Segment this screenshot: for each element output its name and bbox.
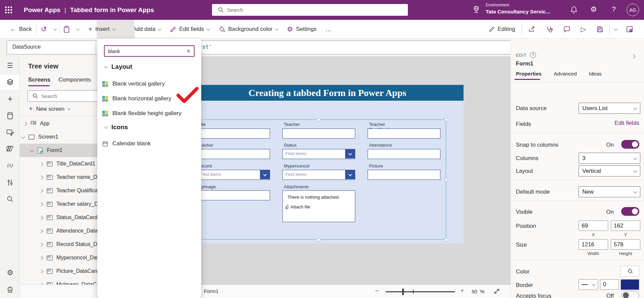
color-picker-button[interactable] bbox=[621, 266, 639, 277]
accepts-focus-toggle[interactable] bbox=[621, 291, 639, 298]
attachments-box[interactable]: There is nothing attached. Attach file bbox=[282, 190, 355, 222]
border-color-swatch[interactable] bbox=[621, 279, 639, 290]
property-selector[interactable]: DataSource bbox=[12, 44, 41, 50]
dropdown-chevron-icon[interactable] bbox=[345, 149, 355, 158]
tab-advanced[interactable]: Advanced bbox=[554, 71, 577, 77]
default-mode-select[interactable]: New bbox=[579, 186, 640, 197]
tab-ideas[interactable]: Ideas bbox=[589, 71, 602, 77]
position-x-input[interactable] bbox=[579, 220, 608, 231]
global-search-box[interactable] bbox=[212, 4, 408, 16]
field-input-teacher-name[interactable] bbox=[282, 129, 355, 139]
paste-button[interactable] bbox=[59, 20, 74, 39]
selection-handle-top[interactable] bbox=[317, 118, 321, 121]
chevron-right-icon[interactable] bbox=[40, 268, 43, 274]
comments-button[interactable] bbox=[559, 20, 575, 39]
publish-button[interactable] bbox=[622, 20, 637, 39]
product-name[interactable]: Power Apps bbox=[24, 6, 60, 14]
dropdown-chevron-icon[interactable] bbox=[260, 170, 270, 179]
editing-mode-button[interactable]: Editing bbox=[484, 20, 520, 39]
rail-data-button[interactable] bbox=[6, 111, 14, 120]
more-commands-button[interactable]: … bbox=[321, 20, 336, 39]
field-input-myimage[interactable] bbox=[197, 190, 270, 200]
fullscreen-button[interactable] bbox=[493, 288, 500, 295]
avatar[interactable]: AG bbox=[627, 4, 639, 16]
section-header-layout[interactable]: Layout bbox=[105, 63, 132, 70]
chevron-down-icon[interactable] bbox=[31, 147, 33, 153]
chevron-right-icon[interactable] bbox=[24, 120, 26, 127]
zoom-slider-track[interactable] bbox=[386, 291, 455, 292]
position-y-input[interactable] bbox=[611, 220, 640, 231]
layout-select[interactable]: Vertical bbox=[579, 165, 640, 177]
field-input-picture[interactable] bbox=[368, 170, 440, 180]
data-source-select[interactable]: Users List bbox=[579, 103, 640, 114]
waffle-menu-button[interactable] bbox=[5, 6, 13, 14]
rail-tree-view-button[interactable] bbox=[6, 78, 14, 86]
chevron-right-icon[interactable] bbox=[40, 214, 43, 220]
help-button[interactable]: ? bbox=[612, 5, 616, 13]
undo-button[interactable]: ↺ bbox=[37, 20, 51, 39]
insert-search-box[interactable]: × bbox=[104, 45, 195, 57]
field-dropdown-record-status[interactable]: Find items bbox=[197, 170, 270, 180]
rail-insert-button[interactable]: + bbox=[6, 94, 14, 103]
save-button[interactable] bbox=[592, 20, 607, 39]
share-button[interactable] bbox=[524, 20, 540, 39]
undo-menu-button[interactable] bbox=[51, 20, 59, 39]
attach-file-button[interactable]: Attach file bbox=[285, 204, 355, 209]
save-options-button[interactable] bbox=[612, 20, 620, 39]
menu-item-blank-flexible-height-gallery[interactable]: Blank flexible height gallery bbox=[102, 108, 196, 119]
app-checker-button[interactable] bbox=[542, 20, 557, 39]
rail-search-button[interactable] bbox=[6, 195, 14, 203]
chevron-down-icon[interactable] bbox=[22, 134, 24, 140]
field-input-title[interactable] bbox=[197, 129, 270, 139]
size-height-input[interactable] bbox=[611, 239, 640, 250]
chevron-right-icon[interactable] bbox=[40, 161, 43, 167]
back-button[interactable]: ← Back bbox=[5, 20, 36, 39]
rail-power-automate-button[interactable] bbox=[6, 144, 14, 153]
columns-select[interactable]: 3 bbox=[579, 153, 640, 164]
notifications-button[interactable] bbox=[570, 6, 578, 14]
chevron-right-icon[interactable] bbox=[40, 255, 43, 261]
chevron-right-icon[interactable] bbox=[40, 241, 43, 247]
formula-code[interactable]: st' bbox=[202, 44, 212, 50]
rail-controls-button[interactable] bbox=[6, 178, 14, 187]
paste-menu-button[interactable] bbox=[74, 20, 82, 39]
edit-fields-link[interactable]: Edit fields bbox=[614, 120, 639, 127]
selection-handle-bottom[interactable] bbox=[317, 238, 321, 242]
new-screen-button[interactable]: + New screen bbox=[29, 105, 70, 113]
rail-settings-button[interactable]: ⚙ bbox=[6, 268, 14, 277]
field-input-teacher-qualification[interactable] bbox=[368, 129, 440, 139]
field-dropdown-mypersoncol[interactable]: Find items bbox=[282, 170, 355, 180]
collapse-menu-button[interactable]: ☰ bbox=[6, 61, 14, 70]
rail-virtual-agent-button[interactable] bbox=[6, 285, 14, 294]
tab-properties[interactable]: Properties bbox=[516, 71, 542, 77]
insert-button[interactable]: + Insert bbox=[84, 20, 119, 39]
selection-handle-right[interactable] bbox=[444, 178, 448, 182]
tab-components[interactable]: Components bbox=[58, 77, 91, 83]
visible-toggle[interactable] bbox=[621, 207, 639, 216]
chevron-right-icon[interactable] bbox=[40, 228, 43, 234]
zoom-slider-handle[interactable] bbox=[402, 289, 404, 295]
chevron-right-icon[interactable] bbox=[40, 188, 43, 194]
size-width-input[interactable] bbox=[579, 239, 608, 250]
section-header-icons[interactable]: Icons bbox=[105, 123, 128, 131]
chevron-right-icon[interactable] bbox=[40, 201, 43, 207]
insert-search-input[interactable] bbox=[108, 48, 182, 54]
settings-button[interactable]: ⚙ Settings bbox=[282, 20, 321, 39]
background-color-button[interactable]: Background color bbox=[214, 20, 282, 39]
border-width-input[interactable] bbox=[600, 279, 619, 290]
menu-item-calendar-blank[interactable]: Calendar blank bbox=[102, 138, 196, 149]
preview-button[interactable]: ▷ bbox=[577, 20, 590, 39]
chevron-right-icon[interactable] bbox=[40, 174, 43, 180]
field-input-attendance[interactable] bbox=[368, 149, 440, 159]
footer-breadcrumb[interactable]: Form1 bbox=[204, 288, 218, 294]
environment-name[interactable]: Tata Consultancy Servic... bbox=[486, 9, 553, 15]
zoom-out-button[interactable]: − bbox=[375, 287, 379, 295]
border-style-select[interactable] bbox=[579, 279, 598, 290]
field-input-teacher-salary[interactable] bbox=[197, 149, 270, 159]
dropdown-chevron-icon[interactable] bbox=[345, 170, 355, 179]
snap-toggle[interactable] bbox=[621, 140, 639, 149]
field-dropdown-status[interactable]: Find items bbox=[282, 149, 355, 159]
clear-search-icon[interactable]: × bbox=[186, 47, 191, 55]
edit-fields-button[interactable]: Edit fields bbox=[165, 20, 214, 39]
zoom-in-button[interactable]: + bbox=[460, 287, 464, 295]
